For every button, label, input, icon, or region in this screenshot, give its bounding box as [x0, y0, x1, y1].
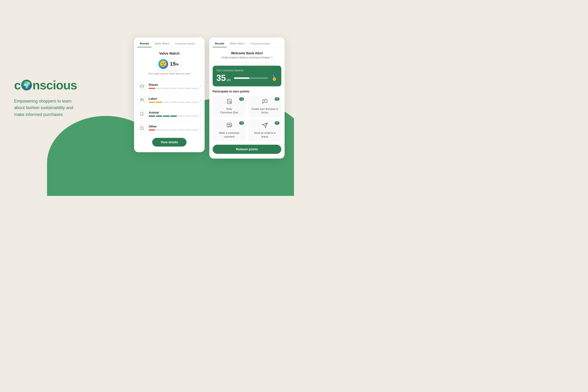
- email-badge: +7: [275, 122, 280, 125]
- earn-card-forum[interactable]: +3 Create your first post in forum: [248, 96, 281, 117]
- percent-symbol: %: [176, 62, 178, 66]
- planet-icon: [137, 82, 146, 90]
- svg-point-2: [142, 98, 144, 100]
- labor-seg-7: [192, 102, 198, 103]
- animal-icon: [137, 109, 146, 118]
- balance-row: 35pts 🏅: [216, 73, 278, 83]
- earn-card-email[interactable]: +7 Send an email to a brand: [248, 120, 281, 142]
- left-card-tabs: Results Better Match Conscious points: [134, 38, 204, 48]
- cards-container: Results Better Match Conscious points Va…: [134, 38, 284, 159]
- tab-conscious-points-right[interactable]: Conscious points: [248, 40, 272, 47]
- other-progress: [149, 129, 198, 130]
- other-seg-6: [185, 129, 191, 130]
- category-row-planet[interactable]: Planet ›: [134, 79, 204, 93]
- other-seg-1: [149, 129, 155, 130]
- balance-bar-fill: [234, 77, 249, 79]
- view-details-button[interactable]: View details: [152, 138, 186, 146]
- categories-list: Planet ›: [134, 79, 204, 134]
- planet-seg-6: [185, 88, 191, 89]
- redeem-points-button[interactable]: Redeem points: [212, 144, 281, 154]
- value-match-title: Value Match: [138, 51, 201, 55]
- labor-seg-1: [149, 102, 155, 103]
- labor-seg-3: [163, 102, 170, 103]
- other-chevron-icon: ›: [200, 126, 201, 130]
- quiz-label: DailyConscious Quiz: [215, 107, 244, 114]
- planet-seg-4: [170, 88, 177, 89]
- earn-card-quiz[interactable]: +2 DailyConscious Quiz: [212, 96, 246, 117]
- svg-point-1: [140, 98, 142, 100]
- animal-seg-6: [185, 116, 191, 117]
- other-seg-5: [178, 129, 184, 130]
- labor-seg-6: [185, 102, 191, 103]
- tab-better-match-right[interactable]: Better Match: [228, 40, 247, 47]
- animal-seg-5: [178, 116, 184, 117]
- planet-seg-3: [163, 88, 170, 89]
- labor-label: Labor: [149, 97, 198, 100]
- brand-tagline: Empowering shoppers to learn about fashi…: [14, 98, 80, 118]
- brand-globe-icon: 🌍: [21, 80, 32, 90]
- other-seg-3: [163, 129, 170, 130]
- balance-bar-track: [234, 77, 268, 79]
- balance-label: Your conscious balance: [216, 69, 278, 72]
- earn-grid: +2 DailyConscious Quiz +3: [209, 96, 284, 142]
- tab-results-left[interactable]: Results: [137, 40, 152, 47]
- pts-label: pts: [227, 78, 231, 82]
- other-seg-7: [192, 129, 198, 130]
- planet-label: Planet: [149, 83, 198, 86]
- match-score: 15%: [170, 61, 179, 67]
- other-label: Other: [149, 125, 198, 128]
- other-seg-4: [170, 129, 177, 130]
- other-icon: [137, 123, 146, 132]
- match-subtitle: You might want to think about it more: [138, 72, 201, 75]
- forum-badge: +3: [275, 97, 280, 101]
- planet-chevron-icon: ›: [200, 84, 201, 88]
- labor-seg-2: [156, 102, 162, 103]
- welcome-title: Welcome Back Alex!: [213, 51, 281, 55]
- welcome-subtitle: Great progress being a conscious shopper…: [213, 56, 281, 59]
- animal-seg-1: [149, 116, 155, 117]
- conscious-points-card: Results Better Match Conscious points We…: [209, 38, 284, 159]
- planet-content: Planet: [149, 83, 198, 89]
- svg-rect-6: [227, 123, 232, 127]
- labor-content: Labor: [149, 97, 198, 103]
- quiz-badge: +2: [239, 97, 244, 101]
- value-match-card: Results Better Match Conscious points Va…: [134, 38, 204, 152]
- earn-card-comment[interactable]: +3 Write a conscious comment: [212, 120, 246, 142]
- tab-better-match-left[interactable]: Better Match: [152, 40, 172, 47]
- labor-chevron-icon: ›: [200, 98, 201, 102]
- medal-icon: 🏅: [271, 75, 278, 81]
- svg-point-5: [230, 102, 231, 102]
- labor-icon: [137, 96, 146, 104]
- value-match-header: Value Match 😟 15% You might want to thin…: [134, 48, 204, 79]
- globe-emoji: 😟: [158, 59, 168, 69]
- forum-label: Create your first post in forum: [250, 107, 279, 114]
- category-row-other[interactable]: Other ›: [134, 121, 204, 134]
- balance-bar-wrap: [234, 77, 268, 79]
- score-number: 15: [170, 61, 176, 67]
- labor-seg-4: [170, 102, 177, 103]
- category-row-labor[interactable]: Labor ›: [134, 93, 204, 107]
- labor-seg-5: [178, 102, 184, 103]
- comment-badge: +3: [239, 122, 244, 125]
- match-score-circle: 😟 15%: [157, 58, 182, 70]
- animal-content: Animal: [149, 111, 198, 117]
- labor-progress: [149, 102, 198, 103]
- brand-panel: c🌍nscious Empowering shoppers to learn a…: [14, 78, 80, 118]
- planet-seg-5: [178, 88, 184, 89]
- planet-seg-1: [149, 88, 155, 89]
- brand-logo: c🌍nscious: [14, 78, 80, 92]
- animal-seg-7: [192, 116, 198, 117]
- tab-conscious-points-left[interactable]: Conscious points: [173, 40, 197, 47]
- balance-points-wrap: 35pts: [216, 73, 231, 83]
- comment-label: Write a conscious comment: [215, 132, 244, 139]
- category-row-animal[interactable]: Animal ›: [134, 107, 204, 121]
- animal-seg-4: [170, 116, 177, 117]
- planet-seg-2: [156, 88, 162, 89]
- email-label: Send an email to a brand: [250, 132, 279, 139]
- welcome-section: Welcome Back Alex! Great progress being …: [209, 48, 284, 62]
- participate-title: Participate to earn points: [209, 86, 284, 96]
- brand-text-nscious: nscious: [32, 78, 77, 92]
- tab-results-right[interactable]: Results: [212, 40, 227, 47]
- planet-progress: [149, 88, 198, 89]
- balance-points: 35: [216, 73, 226, 83]
